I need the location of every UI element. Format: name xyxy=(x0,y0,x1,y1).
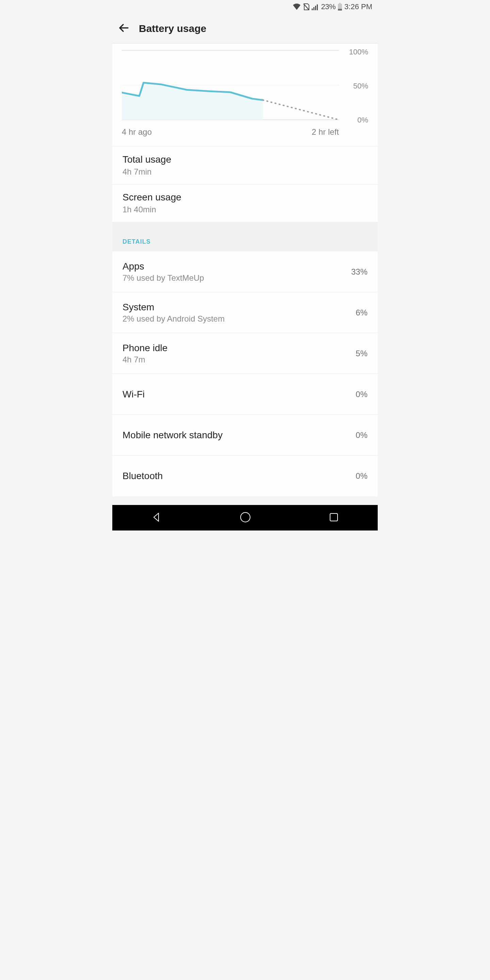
detail-percent: 5% xyxy=(356,349,368,358)
total-usage-row[interactable]: Total usage 4h 7min xyxy=(112,146,378,184)
detail-percent: 6% xyxy=(356,308,368,318)
battery-chart-card: 100% 50% 0% 4 hr ago 2 hr left xyxy=(112,43,378,146)
usage-summary: Total usage 4h 7min Screen usage 1h 40mi… xyxy=(112,146,378,222)
detail-row-phone-idle[interactable]: Phone idle 4h 7m 5% xyxy=(112,333,378,374)
chart-x-axis: 4 hr ago 2 hr left xyxy=(122,127,339,137)
detail-name: Phone idle xyxy=(123,343,167,353)
svg-rect-1 xyxy=(312,8,313,10)
svg-rect-3 xyxy=(315,6,316,10)
detail-row-wifi[interactable]: Wi-Fi 0% xyxy=(112,374,378,415)
detail-sub: 7% used by TextMeUp xyxy=(123,273,204,283)
back-icon[interactable] xyxy=(118,22,130,35)
screen-usage-label: Screen usage xyxy=(123,192,368,203)
battery-icon xyxy=(337,3,342,11)
x-tick-end: 2 hr left xyxy=(312,127,339,137)
details-list: Apps 7% used by TextMeUp 33% System 2% u… xyxy=(112,251,378,496)
svg-rect-4 xyxy=(317,5,318,10)
detail-row-mobile-standby[interactable]: Mobile network standby 0% xyxy=(112,415,378,456)
detail-percent: 33% xyxy=(351,267,368,277)
detail-name: Wi-Fi xyxy=(123,389,145,400)
svg-rect-12 xyxy=(330,514,337,521)
y-tick-100: 100% xyxy=(349,48,368,56)
screen-usage-row[interactable]: Screen usage 1h 40min xyxy=(112,184,378,222)
status-bar: 23% 3:26 PM xyxy=(112,0,378,14)
wifi-icon xyxy=(293,3,301,10)
svg-rect-2 xyxy=(313,7,314,10)
detail-percent: 0% xyxy=(356,471,368,481)
navigation-bar xyxy=(112,505,378,530)
detail-percent: 0% xyxy=(356,430,368,440)
screen-usage-value: 1h 40min xyxy=(123,205,368,215)
detail-name: Apps xyxy=(123,261,204,272)
detail-row-apps[interactable]: Apps 7% used by TextMeUp 33% xyxy=(112,251,378,292)
detail-row-system[interactable]: System 2% used by Android System 6% xyxy=(112,292,378,333)
status-battery-percent: 23% xyxy=(321,2,336,11)
status-time: 3:26 PM xyxy=(344,2,372,11)
x-tick-start: 4 hr ago xyxy=(122,127,152,137)
page-title: Battery usage xyxy=(139,23,206,34)
chart-y-axis: 100% 50% 0% xyxy=(341,50,368,121)
no-sim-icon xyxy=(303,3,310,11)
detail-percent: 0% xyxy=(356,390,368,399)
detail-sub: 4h 7m xyxy=(123,355,167,364)
svg-rect-6 xyxy=(339,3,341,4)
detail-row-bluetooth[interactable]: Bluetooth 0% xyxy=(112,456,378,496)
nav-back-icon[interactable] xyxy=(151,512,162,524)
detail-name: System xyxy=(123,302,224,313)
signal-icon xyxy=(312,3,319,10)
total-usage-value: 4h 7min xyxy=(123,167,368,177)
total-usage-label: Total usage xyxy=(123,154,368,165)
svg-rect-7 xyxy=(338,9,342,11)
detail-name: Bluetooth xyxy=(123,471,163,482)
app-bar: Battery usage xyxy=(112,14,378,43)
detail-name: Mobile network standby xyxy=(123,430,223,441)
detail-sub: 2% used by Android System xyxy=(123,314,224,324)
svg-point-11 xyxy=(240,512,250,522)
y-tick-0: 0% xyxy=(357,116,368,124)
battery-chart: 100% 50% 0% xyxy=(122,50,339,121)
details-header: DETAILS xyxy=(112,222,378,251)
nav-home-icon[interactable] xyxy=(240,511,251,524)
y-tick-50: 50% xyxy=(353,82,368,91)
nav-recent-icon[interactable] xyxy=(329,512,339,524)
